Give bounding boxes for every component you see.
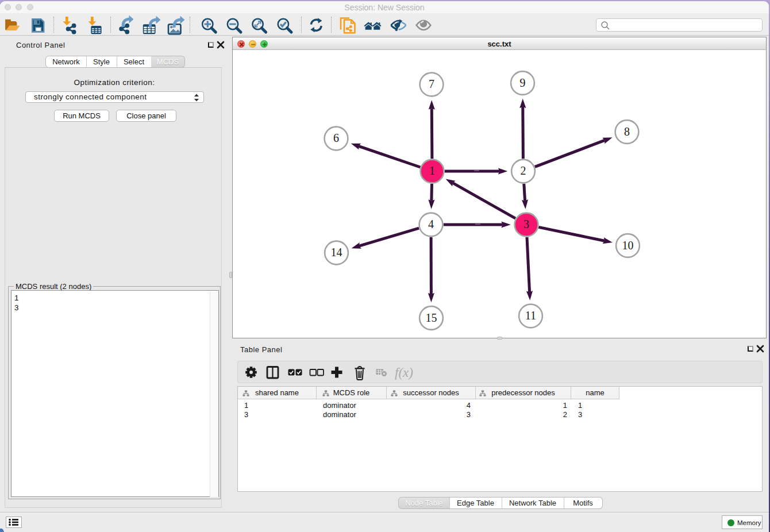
- svg-text:2: 2: [521, 164, 526, 177]
- svg-text:11: 11: [525, 309, 536, 322]
- svg-text:7: 7: [429, 78, 434, 90]
- svg-text:4: 4: [428, 218, 434, 230]
- svg-text:15: 15: [426, 311, 437, 324]
- svg-text:1: 1: [429, 164, 435, 177]
- svg-text:6: 6: [333, 132, 339, 144]
- svg-text:8: 8: [624, 125, 630, 138]
- svg-text:14: 14: [331, 246, 342, 259]
- svg-text:10: 10: [622, 239, 634, 252]
- svg-text:3: 3: [523, 218, 529, 230]
- svg-text:9: 9: [520, 76, 526, 89]
- svg-text:f(x): f(x): [395, 365, 413, 380]
